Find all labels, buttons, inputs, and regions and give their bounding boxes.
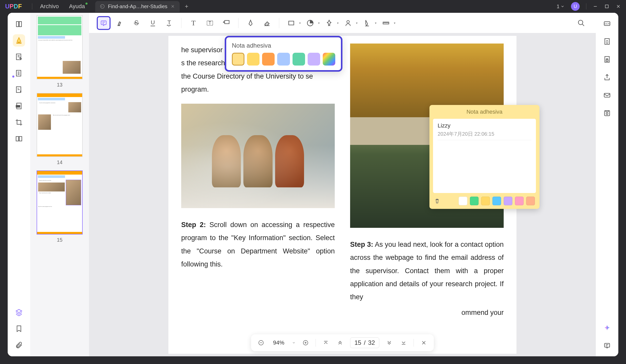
edit-mode-button[interactable] (13, 51, 25, 63)
svg-rect-9 (19, 136, 22, 141)
color-swatch[interactable] (308, 53, 320, 66)
search-button[interactable] (574, 16, 588, 30)
thumbnail[interactable]: Core text content paragraph lines small … (34, 93, 85, 165)
user-avatar[interactable]: U (571, 2, 580, 11)
edit-doc-icon (15, 53, 23, 61)
textbox-tool[interactable]: T (203, 16, 217, 30)
attachment-button[interactable] (13, 339, 25, 351)
menu-ayuda[interactable]: Ayuda (69, 3, 85, 10)
svg-rect-8 (16, 136, 19, 141)
thumbnail[interactable]: Step text content line one two three Ste… (34, 170, 85, 243)
svg-text:T: T (209, 20, 211, 26)
stamp-tool[interactable] (322, 16, 336, 30)
sticky-note-author: Lizzy (438, 122, 531, 129)
measure-tool[interactable] (379, 16, 393, 30)
zoom-out-button[interactable] (257, 338, 265, 347)
svg-point-22 (578, 20, 583, 25)
signature-tool[interactable] (341, 16, 355, 30)
color-custom[interactable] (323, 53, 335, 66)
text-tool[interactable]: T (187, 16, 200, 30)
color-swatch[interactable] (232, 53, 244, 66)
sign-tool[interactable] (360, 16, 374, 30)
textbox-icon: T (206, 19, 214, 27)
close-window-button[interactable] (616, 4, 621, 9)
close-pager-button[interactable] (419, 338, 428, 347)
highlight-tool[interactable] (113, 16, 127, 30)
note-color-swatch[interactable] (492, 197, 501, 205)
pagination-bar: 94% 15 / 32 (251, 334, 434, 351)
next-page-button[interactable] (385, 338, 394, 347)
layers-button[interactable] (13, 306, 25, 318)
layers-icon (15, 308, 23, 316)
crop-mode-button[interactable] (13, 116, 25, 129)
pencil-tool[interactable] (244, 16, 257, 30)
maximize-button[interactable] (604, 4, 609, 9)
minimize-button[interactable] (593, 4, 598, 9)
prev-page-button[interactable] (336, 338, 344, 347)
last-page-button[interactable] (399, 338, 408, 347)
sticky-note-body[interactable]: Lizzy 2024年7月20日 22:06:15 (433, 119, 536, 193)
email-button[interactable] (601, 90, 613, 101)
color-swatch[interactable] (262, 53, 275, 66)
plus-circle-icon (303, 340, 309, 346)
shape-tool[interactable] (284, 16, 298, 30)
eraser-tool[interactable] (260, 16, 274, 30)
redact-mode-button[interactable] (13, 100, 25, 112)
save-button[interactable] (601, 108, 613, 119)
svg-rect-17 (225, 20, 229, 24)
first-page-button[interactable] (321, 338, 330, 347)
comments-button[interactable] (601, 340, 613, 351)
note-color-swatch[interactable] (481, 197, 490, 205)
color-swatch[interactable] (247, 53, 260, 66)
note-color-swatch[interactable] (459, 197, 467, 205)
zoom-level[interactable]: 94% (271, 339, 286, 346)
note-color-swatch[interactable] (515, 197, 524, 205)
strikethrough-tool[interactable]: S (129, 16, 143, 30)
page-input[interactable]: 15 / 32 (350, 337, 379, 348)
share-button[interactable] (601, 72, 613, 83)
bookmark-button[interactable] (13, 323, 25, 335)
zoom-in-button[interactable] (301, 338, 310, 347)
save-icon (603, 109, 611, 117)
new-tab-button[interactable]: + (185, 3, 188, 10)
chevron-down-icon[interactable] (292, 341, 296, 345)
ruler-icon (382, 19, 390, 27)
note-color-swatch[interactable] (526, 197, 535, 205)
sticky-note-tool[interactable] (97, 16, 111, 30)
svg-rect-34 (605, 343, 610, 347)
ai-button[interactable] (601, 322, 613, 333)
sticky-note-date: 2024年7月20日 22:06:15 (438, 131, 531, 140)
redact-icon (15, 102, 23, 110)
sticker-tool[interactable] (303, 16, 317, 30)
color-swatch[interactable] (277, 53, 290, 66)
underline-tool[interactable]: U (146, 16, 160, 30)
note-color-swatch[interactable] (504, 197, 512, 205)
close-icon[interactable] (170, 4, 175, 9)
sticky-note-color-popup: Nota adhesiva (225, 36, 342, 72)
thumbnail[interactable]: Lorem ipsum text placeholder content mul… (34, 15, 85, 88)
organize-mode-button[interactable] (13, 67, 25, 79)
popup-title: Nota adhesiva (232, 42, 335, 49)
compare-mode-button[interactable] (13, 133, 25, 145)
sticky-note-instance[interactable]: Nota adhesiva Lizzy 2024年7月20日 22:06:15 (429, 105, 539, 209)
annotate-mode-button[interactable] (13, 34, 25, 47)
trash-icon[interactable] (434, 198, 440, 204)
tab-doc-icon (100, 4, 105, 9)
share-icon (603, 73, 611, 81)
convert-button[interactable] (601, 36, 613, 47)
svg-text:S: S (134, 19, 139, 26)
svg-rect-18 (289, 21, 294, 25)
protect-button[interactable] (601, 54, 613, 65)
menu-archivo[interactable]: Archivo (40, 3, 59, 10)
reader-mode-button[interactable] (13, 18, 25, 30)
document-tab[interactable]: Find-and-Ap…her-Studies (95, 1, 180, 12)
form-mode-button[interactable] (13, 83, 25, 96)
note-color-swatch[interactable] (470, 197, 479, 205)
ocr-button[interactable]: OCR (601, 18, 613, 29)
chevron-down-icon (560, 4, 565, 8)
window-count[interactable]: 1 (557, 4, 565, 9)
color-swatch[interactable] (293, 53, 305, 66)
squiggly-tool[interactable]: T (162, 16, 176, 30)
callout-tool[interactable] (219, 16, 233, 30)
minus-circle-icon (258, 340, 264, 346)
